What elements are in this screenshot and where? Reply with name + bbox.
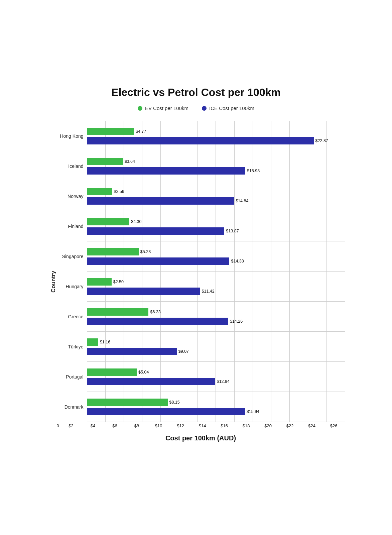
country-label: Türkiye — [57, 332, 87, 362]
ev-bar-row: $5.23 — [87, 247, 345, 256]
ice-bar-label: $9.07 — [178, 349, 189, 354]
ev-bar — [87, 368, 137, 376]
x-tick: $26 — [323, 423, 345, 428]
ice-bar — [87, 408, 245, 415]
x-axis-inner: 0 $2$4$6$8$10$12$14$16$18$20$22$24$26 — [57, 423, 345, 428]
ice-bar — [87, 318, 228, 325]
country-row: $8.15$15.94 — [87, 392, 345, 422]
x-tick: $14 — [191, 423, 214, 428]
x-tick: $12 — [169, 423, 191, 428]
country-row: $4.30$13.87 — [87, 211, 345, 241]
chart-inner: Hong KongIcelandNorwayFinlandSingaporeHu… — [57, 121, 345, 442]
country-label: Hong Kong — [57, 121, 87, 151]
ev-bar — [87, 308, 149, 316]
country-label: Singapore — [57, 241, 87, 272]
ice-bar — [87, 378, 215, 385]
ev-bar-label: $4.30 — [131, 219, 141, 224]
ice-bar-row: $14.38 — [87, 257, 345, 265]
ev-bar-label: $3.64 — [125, 159, 135, 164]
plot-area: Hong KongIcelandNorwayFinlandSingaporeHu… — [57, 121, 345, 422]
ice-bar-label: $11.42 — [202, 289, 215, 294]
ice-bar — [87, 167, 245, 175]
legend-ice: ICE Cost per 100km — [202, 105, 254, 111]
ev-bar — [87, 338, 98, 346]
ice-bar-label: $15.98 — [247, 169, 260, 173]
x-axis-row: 0 $2$4$6$8$10$12$14$16$18$20$22$24$26 — [57, 423, 345, 428]
country-row: $2.56$14.84 — [87, 181, 345, 211]
chart-title: Electric vs Petrol Cost per 100km — [47, 86, 345, 99]
ice-bar-label: $15.94 — [247, 409, 259, 414]
ice-bar-label: $14.84 — [236, 199, 248, 203]
country-label: Denmark — [57, 392, 87, 422]
ev-bar — [87, 158, 123, 165]
ice-label: ICE Cost per 100km — [209, 105, 254, 111]
ev-bar-row: $5.04 — [87, 368, 345, 377]
ev-bar — [87, 188, 112, 195]
x-tick: $6 — [104, 423, 126, 428]
ice-bar-row: $13.87 — [87, 227, 345, 235]
ev-bar-label: $2.56 — [114, 189, 124, 194]
country-label: Greece — [57, 302, 87, 332]
x-tick: $20 — [257, 423, 279, 428]
ice-bar-row: $14.84 — [87, 197, 345, 205]
ev-bar-label: $1.16 — [100, 340, 110, 344]
x-tick: $10 — [148, 423, 170, 428]
ice-bar — [87, 227, 225, 235]
ev-bar — [87, 218, 130, 225]
ev-bar-label: $5.04 — [138, 370, 149, 374]
y-axis-label: Country — [47, 121, 57, 442]
ice-bar — [87, 257, 230, 265]
ice-bar-label: $22.87 — [315, 138, 328, 143]
country-row: $3.64$15.98 — [87, 151, 345, 181]
ice-bar — [87, 137, 314, 144]
ev-bar-row: $1.16 — [87, 338, 345, 346]
ev-dot — [138, 106, 142, 111]
country-labels: Hong KongIcelandNorwayFinlandSingaporeHu… — [57, 121, 87, 422]
ev-bar-row: $8.15 — [87, 398, 345, 407]
bars-area: $4.77$22.87$3.64$15.98$2.56$14.84$4.30$1… — [87, 121, 345, 422]
country-row: $1.16$9.07 — [87, 332, 345, 362]
x-axis-container: 0 $2$4$6$8$10$12$14$16$18$20$22$24$26 — [57, 423, 345, 428]
x-tick: $4 — [82, 423, 104, 428]
x-axis-label: Cost per 100km (AUD) — [57, 434, 345, 442]
country-row: $5.04$12.94 — [87, 362, 345, 392]
country-row: $6.23$14.26 — [87, 302, 345, 332]
ev-bar-label: $6.23 — [150, 310, 160, 314]
ev-bar — [87, 399, 168, 406]
country-row: $5.23$14.38 — [87, 241, 345, 272]
chart-container: Electric vs Petrol Cost per 100km EV Cos… — [37, 73, 355, 462]
chart-body: Country Hong KongIcelandNorwayFinlandSin… — [47, 121, 345, 442]
x-zero: 0 — [57, 423, 60, 428]
ice-bar-label: $12.94 — [217, 379, 230, 384]
x-tick: $8 — [126, 423, 148, 428]
country-label: Iceland — [57, 151, 87, 181]
ev-bar-label: $5.23 — [140, 249, 151, 254]
ice-dot — [202, 106, 207, 111]
ev-bar — [87, 278, 112, 286]
x-tick: $22 — [279, 423, 301, 428]
ice-bar-row: $9.07 — [87, 347, 345, 356]
ev-bar-row: $4.77 — [87, 127, 345, 136]
country-label: Norway — [57, 181, 87, 211]
x-tick: $18 — [235, 423, 257, 428]
country-row: $2.50$11.42 — [87, 272, 345, 302]
ev-bar-row: $4.30 — [87, 217, 345, 226]
ev-bar — [87, 128, 134, 135]
legend-ev: EV Cost per 100km — [138, 105, 188, 111]
ice-bar-row: $12.94 — [87, 377, 345, 386]
country-label: Hungary — [57, 272, 87, 302]
ev-bar-label: $2.50 — [113, 280, 124, 284]
legend: EV Cost per 100km ICE Cost per 100km — [47, 105, 345, 111]
ev-bar-row: $2.56 — [87, 187, 345, 196]
ev-bar-label: $8.15 — [169, 400, 180, 405]
ice-bar-label: $13.87 — [226, 229, 239, 233]
ev-bar-label: $4.77 — [136, 129, 146, 134]
ice-bar-row: $22.87 — [87, 136, 345, 145]
ev-label: EV Cost per 100km — [145, 105, 188, 111]
ice-bar-label: $14.26 — [230, 319, 243, 324]
ice-bar — [87, 288, 200, 295]
country-label: Portugal — [57, 362, 87, 392]
ice-bar-row: $15.94 — [87, 407, 345, 416]
country-row: $4.77$22.87 — [87, 121, 345, 151]
ice-bar-row: $11.42 — [87, 287, 345, 296]
